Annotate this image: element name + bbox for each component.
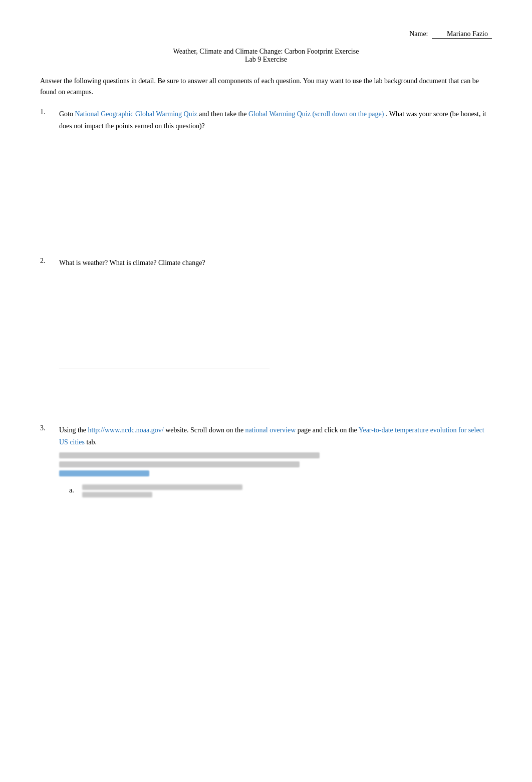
intro-text: Answer the following questions in detail… — [40, 76, 492, 98]
q2-text: What is weather? What is climate? Climat… — [59, 259, 205, 267]
q3-text-end: tab. — [86, 438, 97, 446]
q2-handwriting-line — [59, 369, 270, 369]
sub-q-a-line2 — [82, 492, 152, 497]
name-line: Name: Mariano Fazio — [40, 30, 492, 39]
questions-list: 1. Goto National Geographic Global Warmi… — [40, 108, 492, 504]
question-2-number: 2. — [40, 257, 55, 265]
sub-q-a-line1 — [82, 484, 242, 490]
blurred-line-1 — [59, 452, 320, 458]
question-3-number: 3. — [40, 424, 55, 432]
q1-answer-space — [59, 132, 492, 242]
q3-link2[interactable]: national overview — [245, 426, 296, 434]
question-1-number: 1. — [40, 108, 55, 116]
q1-text-before: Goto — [59, 110, 73, 118]
title-line1: Weather, Climate and Climate Change: Car… — [40, 48, 492, 56]
question-2: 2. What is weather? What is climate? Cli… — [40, 257, 492, 409]
question-2-content: What is weather? What is climate? Climat… — [59, 257, 492, 409]
sub-question-a: a. — [69, 484, 492, 499]
sub-q-label-a: a. — [69, 484, 79, 496]
q1-link1[interactable]: National Geographic Global Warming Quiz — [75, 110, 197, 118]
blurred-link — [59, 470, 149, 476]
question-1: 1. Goto National Geographic Global Warmi… — [40, 108, 492, 242]
q3-text-middle: website. Scroll down on the — [165, 426, 243, 434]
question-3-content: Using the http://www.ncdc.noaa.gov/ webs… — [59, 424, 492, 504]
q3-link1[interactable]: http://www.ncdc.noaa.gov/ — [88, 426, 164, 434]
q1-link2[interactable]: Global Warming Quiz (scroll down on the … — [248, 110, 384, 118]
question-3: 3. Using the http://www.ncdc.noaa.gov/ w… — [40, 424, 492, 504]
blurred-line-2 — [59, 461, 300, 467]
q2-answer-space — [59, 269, 492, 409]
document-page: Name: Mariano Fazio Weather, Climate and… — [0, 0, 532, 782]
sub-q-a-content — [82, 484, 242, 499]
name-value: Mariano Fazio — [432, 30, 492, 39]
question-1-content: Goto National Geographic Global Warming … — [59, 108, 492, 242]
q3-sub-questions: a. — [59, 484, 492, 499]
q3-text-after: page and click on the — [298, 426, 357, 434]
q3-text-before: Using the — [59, 426, 86, 434]
name-label: Name: — [409, 30, 428, 38]
q3-blurred-block — [59, 452, 492, 476]
title-line2: Lab 9 Exercise — [40, 56, 492, 64]
title-block: Weather, Climate and Climate Change: Car… — [40, 48, 492, 64]
q1-text-between: and then take the — [199, 110, 246, 118]
